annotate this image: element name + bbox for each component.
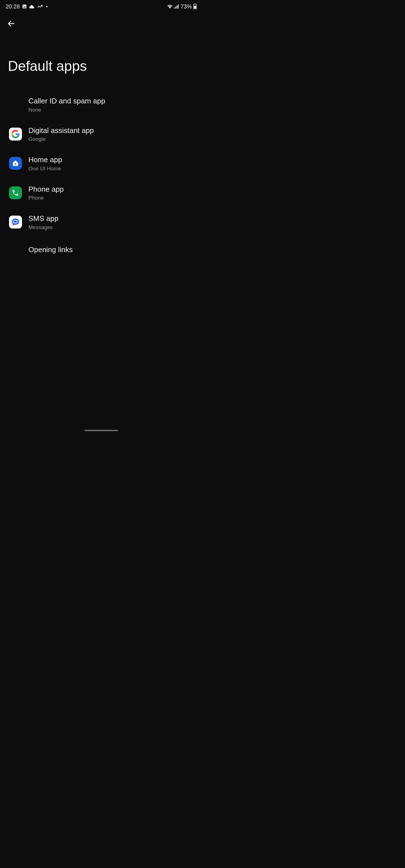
one-ui-home-icon: S	[9, 157, 22, 170]
phone-app-icon	[9, 186, 22, 199]
list-text: SMS app Messages	[28, 214, 58, 230]
list-item-title: Caller ID and spam app	[28, 96, 105, 106]
image-icon	[22, 4, 27, 9]
list-text: Caller ID and spam app None	[28, 96, 105, 113]
list-item-sub: Phone	[28, 195, 64, 201]
back-button[interactable]	[6, 18, 17, 29]
list-item-home[interactable]: S Home app One UI Home	[0, 149, 202, 178]
icon-spacer	[9, 98, 22, 111]
settings-list: Caller ID and spam app None Digital assi…	[0, 83, 202, 263]
list-text: Opening links	[28, 245, 73, 254]
list-item-sub: Google	[28, 136, 94, 142]
list-item-title: Opening links	[28, 245, 73, 254]
nav-handle[interactable]	[84, 430, 118, 431]
google-icon	[9, 128, 22, 141]
svg-rect-5	[178, 4, 179, 8]
list-item-sub: Messages	[28, 224, 58, 230]
wifi-icon	[167, 4, 173, 9]
list-text: Home app One UI Home	[28, 155, 62, 172]
cloud-icon	[29, 4, 35, 8]
svg-rect-3	[175, 6, 176, 8]
status-bar: 20:28 73%	[0, 0, 202, 12]
list-item-title: Phone app	[28, 185, 64, 194]
icon-spacer	[9, 243, 22, 256]
signal-icon	[174, 4, 179, 9]
arrow-left-icon	[7, 20, 16, 28]
list-item-sms[interactable]: SMS app Messages	[0, 208, 202, 237]
status-time: 20:28	[6, 3, 20, 10]
status-left: 20:28	[6, 3, 48, 10]
header	[0, 12, 202, 33]
list-item-title: Home app	[28, 155, 62, 164]
list-item-title: Digital assistant app	[28, 126, 94, 135]
battery-icon	[193, 4, 197, 9]
list-item-sub: One UI Home	[28, 165, 62, 172]
svg-rect-8	[194, 6, 196, 9]
trending-icon	[37, 4, 43, 8]
list-item-phone[interactable]: Phone app Phone	[0, 178, 202, 208]
svg-point-11	[13, 221, 17, 223]
svg-rect-0	[23, 4, 26, 8]
list-item-opening-links[interactable]: Opening links	[0, 237, 202, 263]
svg-rect-4	[177, 5, 177, 8]
list-text: Phone app Phone	[28, 185, 64, 201]
svg-text:S: S	[15, 162, 16, 165]
list-item-caller-id[interactable]: Caller ID and spam app None	[0, 90, 202, 120]
status-dot	[46, 6, 48, 7]
page-title: Default apps	[0, 33, 202, 83]
battery-percent: 73%	[180, 3, 192, 10]
list-item-sub: None	[28, 107, 105, 113]
status-right: 73%	[167, 3, 197, 10]
list-item-title: SMS app	[28, 214, 58, 223]
list-text: Digital assistant app Google	[28, 126, 94, 143]
svg-rect-2	[174, 8, 175, 9]
svg-point-1	[23, 5, 24, 6]
messages-app-icon	[9, 216, 22, 228]
list-item-digital-assistant[interactable]: Digital assistant app Google	[0, 120, 202, 149]
